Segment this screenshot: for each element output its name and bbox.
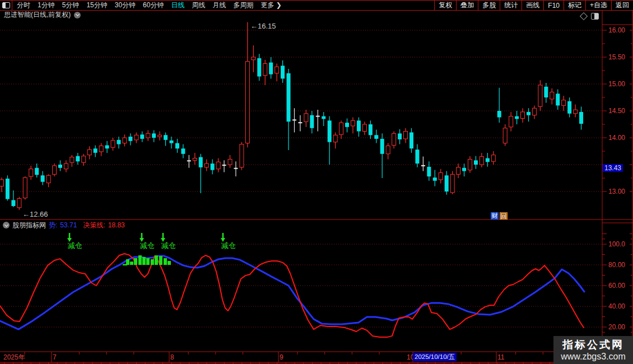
svg-text:←12.66: ←12.66 [22, 210, 48, 218]
candlestick-series [0, 22, 583, 210]
panel-borders [0, 10, 633, 364]
svg-text:←16.15: ←16.15 [250, 22, 276, 30]
price-axis-label: 15.50 [608, 53, 625, 61]
indicator-axis-label: 100.0 [608, 240, 625, 248]
panel-toggle-icon[interactable] [591, 13, 599, 20]
svg-text:减仓: 减仓 [68, 241, 82, 250]
period-tab-8[interactable]: 周线 [192, 1, 205, 10]
chart-title: 思进智能(日线,前复权) [4, 10, 71, 20]
period-tab-4[interactable]: 15分钟 [86, 1, 107, 10]
title-icons [581, 13, 599, 20]
svg-text:减仓: 减仓 [140, 241, 155, 250]
title-dropdown-button[interactable] [74, 12, 81, 18]
indicator-header: 股朋指标网 势: 53.71 决策线: 18.83 [0, 221, 125, 230]
cai-badge[interactable]: 财 [491, 212, 499, 220]
price-axis-label: 15.00 [608, 80, 625, 88]
toolbar-button-5[interactable]: 画线 [522, 1, 543, 10]
indicator-red-line [0, 254, 584, 337]
price-axis-label: 13.00 [608, 188, 625, 195]
series2-label: 决策线: [83, 221, 105, 230]
period-tab-1[interactable]: 分时 [17, 1, 30, 10]
diamond-icon[interactable] [580, 12, 588, 20]
toolbar-button-6[interactable]: F10 [543, 1, 564, 10]
trading-app-window: { "toolbar": { "window_icon": "split-pan… [0, 0, 633, 364]
year-label: 2025年 [3, 353, 25, 361]
period-tab-3[interactable]: 5分钟 [62, 1, 80, 10]
action-menu: 复权叠加多股统计画线F10标记+自选返回 [434, 1, 633, 10]
indicator-axis-label: 40.00 [608, 302, 625, 310]
histogram [123, 255, 171, 265]
split-panel-icon [2, 2, 10, 8]
watermark-url: www.zbgs3.com [561, 351, 626, 362]
indicator-name[interactable]: 股朋指标网 [12, 221, 46, 230]
toolbar-button-9[interactable]: 返回 [611, 1, 633, 10]
top-toolbar: 分时1分钟5分钟15分钟30分钟60分钟日线周线月线多周期更多 ❯ 复权叠加多股… [0, 0, 633, 11]
toolbar-button-8[interactable]: +自选 [585, 1, 611, 10]
chart-title-bar: 思进智能(日线,前复权) [0, 11, 81, 19]
month-label-8: 8 [170, 353, 174, 361]
period-tab-11[interactable]: 更多 ❯ [260, 1, 281, 10]
period-tab-5[interactable]: 30分钟 [115, 1, 136, 10]
toolbar-button-1[interactable]: 复权 [434, 1, 456, 10]
month-label-9: 9 [280, 353, 283, 361]
indicator-blue-line [0, 256, 584, 329]
chevron-down-icon [76, 12, 80, 16]
series1-label: 势: [49, 221, 57, 230]
period-tab-7[interactable]: 日线 [171, 1, 184, 10]
price-axis-label: 14.00 [608, 134, 625, 142]
chart-canvas: ←16.15←12.66减仓减仓减仓减仓 [0, 0, 633, 364]
price-axis-label: 16.00 [608, 26, 625, 34]
indicator-axis-label: 60.00 [608, 282, 625, 290]
highlighted-date[interactable]: 2025/10/10/五 [413, 353, 457, 361]
watermark-title: 指标公式网 [562, 338, 624, 351]
hui-badge[interactable]: 回 [500, 212, 508, 220]
signal-arrows: 减仓减仓减仓减仓 [67, 233, 236, 250]
svg-text:减仓: 减仓 [161, 241, 176, 250]
last-price-tag: 13.43 [603, 164, 623, 172]
indicator-collapse-button[interactable] [3, 222, 10, 228]
toolbar-button-7[interactable]: 标记 [564, 1, 585, 10]
price-annotations: ←16.15←12.66 [22, 22, 276, 218]
period-menu: 分时1分钟5分钟15分钟30分钟60分钟日线周线月线多周期更多 ❯ [17, 1, 282, 10]
axis-ticks [602, 30, 632, 338]
period-tab-2[interactable]: 1分钟 [38, 1, 55, 10]
window-layout-button[interactable] [0, 1, 12, 10]
indicator-axis-label: 20.00 [608, 323, 625, 331]
series1-value: 53.71 [60, 221, 77, 229]
chevron-down-icon [4, 222, 8, 226]
watermark: 指标公式网 www.zbgs3.com [553, 336, 633, 364]
toolbar-button-2[interactable]: 叠加 [456, 1, 478, 10]
svg-text:减仓: 减仓 [221, 241, 236, 250]
toolbar-button-4[interactable]: 统计 [500, 1, 522, 10]
period-tab-10[interactable]: 多周期 [233, 1, 253, 10]
price-axis-label: 14.50 [608, 107, 625, 115]
month-label-7: 7 [53, 353, 57, 361]
series2-value: 18.83 [108, 221, 125, 229]
indicator-axis-label: 80.00 [608, 261, 625, 269]
month-label-11: 11 [497, 353, 504, 361]
toolbar-button-3[interactable]: 多股 [478, 1, 500, 10]
period-tab-6[interactable]: 60分钟 [143, 1, 164, 10]
period-tab-9[interactable]: 月线 [212, 1, 226, 10]
